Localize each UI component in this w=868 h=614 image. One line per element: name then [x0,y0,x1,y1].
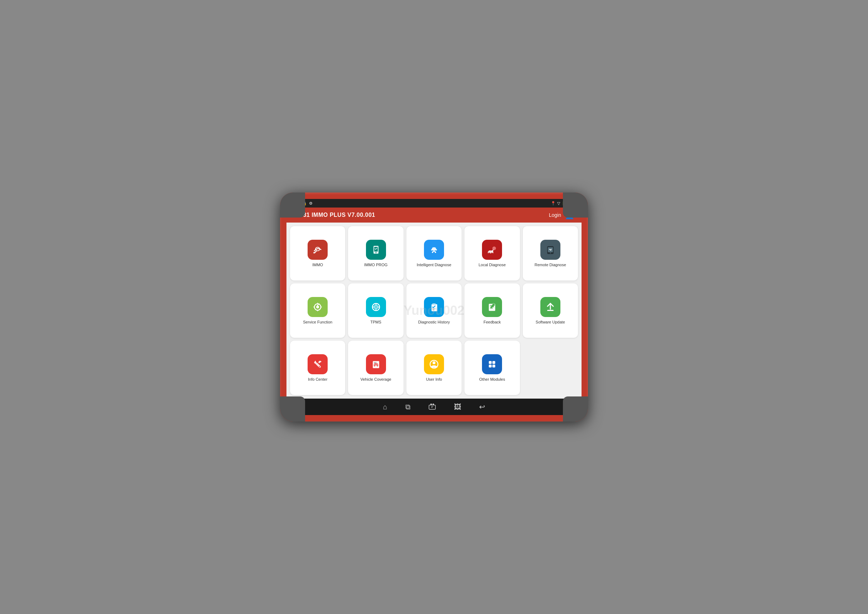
vehicle-coverage-label: Vehicle Coverage [360,377,391,382]
grid-item-software-update[interactable]: Software Update [523,284,578,338]
car-key-icon [311,243,324,256]
grid-item-user-info[interactable]: User Info [406,341,462,395]
grid-item-remote-diagnose[interactable]: Remote Diagnose [523,226,578,281]
diagnostic-history-label: Diagnostic History [418,320,450,324]
grid-item-diagnostic-history[interactable]: Diagnostic History [406,284,462,338]
remote-diagnose-label: Remote Diagnose [535,263,566,267]
tablet-screen: 4:52 🔒 ⚙ 📍 ▽ 🔋 98% X-431 IMMO PLUS V7.00… [286,199,582,415]
tpms-icon-wrap [366,297,386,317]
home-nav-button[interactable]: ⌂ [383,403,387,411]
svg-rect-0 [311,243,324,256]
svg-rect-38 [432,309,436,309]
grid-item-immo[interactable]: IMMO [290,226,345,281]
tablet-device: 4:52 🔒 ⚙ 📍 ▽ 🔋 98% X-431 IMMO PLUS V7.00… [280,192,588,422]
user-info-icon-wrap [424,354,444,374]
svg-rect-62 [489,364,492,367]
nav-bar: ⌂ ⧉ 🖼 ↩ [286,398,582,415]
upload-arrow-icon [544,301,557,313]
vci-nav-button[interactable] [428,403,436,411]
grid-item-feedback[interactable]: Feedback [464,284,520,338]
other-modules-label: Other Modules [479,377,505,382]
intelligent-diagnose-label: Intelligent Diagnose [417,263,451,267]
feedback-label: Feedback [484,320,501,324]
svg-rect-60 [489,361,492,364]
app-header: X-431 IMMO PLUS V7.00.001 Login 👤 [286,208,582,223]
local-diagnose-label: Local Diagnose [478,263,506,267]
svg-rect-61 [492,361,495,364]
tire-gauge-icon [370,301,383,313]
grid-squares-icon [485,358,498,371]
status-bar: 4:52 🔒 ⚙ 📍 ▽ 🔋 98% [286,199,582,208]
tpms-label: TPMS [370,320,381,324]
immo-icon-wrap [308,240,328,260]
software-update-icon-wrap [540,297,560,317]
grid-item-tpms[interactable]: TPMS [348,284,403,338]
svg-rect-66 [432,404,434,405]
tablet-key-icon [370,243,383,256]
svg-rect-63 [492,364,495,367]
immo-prog-icon-wrap [366,240,386,260]
corner-guard-bl [280,397,305,422]
vehicle-coverage-icon-wrap [366,354,386,374]
service-function-label: Service Function [303,320,332,324]
corner-guard-tr [563,192,588,217]
svg-point-9 [435,251,436,253]
app-title: X-431 IMMO PLUS V7.00.001 [294,212,375,218]
remote-diagnose-icon-wrap [540,240,560,260]
svg-rect-59 [485,358,498,371]
location-icon: 📍 [551,201,556,206]
wrench-wheel-icon [311,301,324,313]
intelligent-diagnose-icon-wrap [424,240,444,260]
grid-item-other-modules[interactable]: Other Modules [464,341,520,395]
grid-item-immo-prog[interactable]: IMMO PROG [348,226,403,281]
svg-rect-39 [432,310,434,310]
svg-point-48 [319,366,320,367]
info-center-icon-wrap [308,354,328,374]
svg-point-25 [316,305,319,309]
grid-item-local-diagnose[interactable]: Local Diagnose [464,226,520,281]
svg-line-12 [434,251,436,251]
grid-item-vehicle-coverage[interactable]: Vehicle Coverage [348,341,403,395]
grid-item-info-center[interactable]: Info Center [290,341,345,395]
immo-prog-label: IMMO PROG [364,263,387,267]
image-nav-button[interactable]: 🖼 [454,403,461,411]
copy-nav-button[interactable]: ⧉ [405,403,411,411]
svg-point-6 [375,252,376,253]
svg-rect-2 [313,252,315,253]
wrench-screwdriver-icon [311,358,324,371]
svg-point-33 [375,306,377,308]
login-button[interactable]: Login [549,212,561,218]
svg-rect-54 [374,362,377,363]
svg-rect-14 [485,243,498,256]
user-circle-icon [428,358,440,371]
svg-point-8 [432,251,433,253]
wifi-icon: ▽ [557,201,560,206]
svg-rect-65 [431,404,432,405]
diagnostic-history-icon-wrap [424,297,444,317]
svg-point-22 [550,253,551,253]
svg-rect-55 [374,363,376,363]
immo-label: IMMO [312,263,323,267]
svg-rect-46 [547,310,554,311]
corner-guard-br [563,397,588,422]
grid-item-intelligent-diagnose[interactable]: Intelligent Diagnose [406,226,462,281]
grid-item-service-function[interactable]: Service Function [290,284,345,338]
feedback-pencil-icon [485,301,498,313]
svg-rect-37 [432,304,436,305]
svg-point-17 [488,253,490,254]
local-diagnose-icon-wrap [482,240,502,260]
corner-guard-tl [280,192,305,217]
svg-point-52 [374,365,375,366]
car-list-icon [370,358,383,371]
svg-point-53 [377,365,378,366]
main-grid: Yunou002 IMMO [286,223,582,398]
back-nav-button[interactable]: ↩ [479,403,485,411]
svg-point-58 [432,361,436,364]
settings-status-icon: ⚙ [309,201,313,206]
software-update-label: Software Update [536,320,565,324]
svg-point-18 [491,253,493,254]
svg-rect-64 [429,405,436,409]
vci-icon [428,403,436,411]
tablet-health-icon [544,243,557,256]
svg-rect-35 [431,304,437,311]
